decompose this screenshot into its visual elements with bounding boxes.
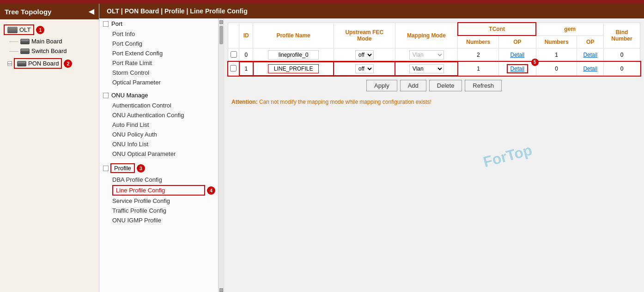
profile-section-header: Profile 3 xyxy=(99,161,218,175)
sidebar-item-pon-board[interactable]: — PON Board 2 xyxy=(0,57,99,70)
nav-optical-parameter[interactable]: Optical Parameter xyxy=(99,77,218,87)
refresh-button[interactable]: Refresh xyxy=(465,80,502,91)
nav-storm-control[interactable]: Storm Control xyxy=(99,68,218,77)
nav-port-extend-config[interactable]: Port Extend Config xyxy=(99,48,218,58)
nav-authentication-control[interactable]: Authentication Control xyxy=(99,101,218,110)
row1-id: 1 xyxy=(239,62,253,76)
switch-board-icon xyxy=(20,48,30,54)
row0-mapping-select[interactable]: Vlan GemPort xyxy=(409,50,444,60)
row0-fec-select[interactable]: off on xyxy=(355,50,374,60)
olt-label: OLT xyxy=(19,26,30,33)
col-header-gem-op: OP xyxy=(577,36,604,48)
sidebar: Tree Topology ◀ OLT 1 —— Main Board —— xyxy=(0,4,99,292)
pon-board-badge: 2 xyxy=(64,60,72,68)
col-header-gem: gem xyxy=(536,23,603,36)
row1-checkbox[interactable] xyxy=(230,65,237,72)
nav-dba-profile-config[interactable]: DBA Profile Config xyxy=(99,175,218,185)
row1-fec-select[interactable]: off on xyxy=(355,64,374,73)
attention-label: Attention: xyxy=(231,99,258,105)
line-profile-badge: 4 xyxy=(207,186,215,195)
olt-icon xyxy=(7,27,18,33)
row1-profile-name xyxy=(253,62,334,76)
row1-gem-numbers: 0 xyxy=(536,62,577,76)
table-row: 0 off on xyxy=(228,48,640,62)
action-buttons: Apply Add Delete Refresh xyxy=(228,76,640,95)
right-panel: ID Profile Name Upstream FECMode Mapping… xyxy=(224,18,644,292)
row1-tcont-detail-btn[interactable]: Detail xyxy=(507,64,529,73)
row0-profile-name-input[interactable] xyxy=(268,50,319,60)
nav-onu-igmp-profile[interactable]: ONU IGMP Profile xyxy=(99,215,218,225)
row0-tcont-detail-btn[interactable]: Detail xyxy=(510,52,525,58)
breadcrumb: OLT | PON Board | Profile | Line Profile… xyxy=(99,4,644,18)
row1-detail-badge: 5 xyxy=(531,59,539,66)
sidebar-title: Tree Topology xyxy=(5,8,51,16)
row0-upstream-fec: off on xyxy=(334,48,395,62)
row0-mapping-mode: Vlan GemPort xyxy=(395,48,458,62)
left-nav-panel: Port Port Info Port Config Port Extend C… xyxy=(99,18,224,292)
row0-tcont-op: Detail xyxy=(499,48,536,62)
pon-board-label: PON Board xyxy=(28,60,59,67)
row1-bind-number: 0 xyxy=(604,62,640,76)
olt-badge: 1 xyxy=(36,26,44,34)
table-container: ID Profile Name Upstream FECMode Mapping… xyxy=(224,18,644,113)
row0-gem-numbers: 1 xyxy=(536,48,577,62)
row0-tcont-numbers: 2 xyxy=(458,48,499,62)
sidebar-header: Tree Topology ◀ xyxy=(0,4,99,19)
sidebar-item-main-board[interactable]: —— Main Board xyxy=(0,36,99,46)
nav-traffic-profile-config[interactable]: Traffic Profile Config xyxy=(99,206,218,215)
main-content: Port Port Info Port Config Port Extend C… xyxy=(99,18,644,292)
row1-gem-detail-btn[interactable]: Detail xyxy=(583,66,597,72)
add-button[interactable]: Add xyxy=(400,80,426,91)
watermark: ForTop xyxy=(481,142,534,171)
pon-board-toggle[interactable]: — xyxy=(7,61,12,66)
nav-port-config[interactable]: Port Config xyxy=(99,39,218,48)
col-header-checkbox xyxy=(228,23,239,48)
main-board-label: Main Board xyxy=(31,38,62,45)
left-panel-scrollbar[interactable] xyxy=(218,18,224,292)
nav-service-profile-config[interactable]: Service Profile Config xyxy=(99,196,218,206)
nav-port-rate-limit[interactable]: Port Rate Limit xyxy=(99,58,218,68)
row1-upstream-fec: off on xyxy=(334,62,395,76)
pon-board-icon xyxy=(17,61,26,66)
row0-id: 0 xyxy=(239,48,253,62)
row1-mapping-select[interactable]: Vlan GemPort xyxy=(409,64,444,73)
nav-onu-info-list[interactable]: ONU Info List xyxy=(99,139,218,149)
nav-line-profile-config[interactable]: Line Profile Config xyxy=(112,185,205,196)
table-row: 1 off on xyxy=(228,62,640,76)
onu-manage-section: ONU Manage Authentication Control ONU Au… xyxy=(99,90,218,159)
nav-onu-optical-parameter[interactable]: ONU Optical Parameter xyxy=(99,149,218,159)
row0-checkbox[interactable] xyxy=(231,51,237,58)
nav-port-info[interactable]: Port Info xyxy=(99,29,218,39)
profile-section: Profile 3 DBA Profile Config Line Profil… xyxy=(99,161,218,225)
nav-onu-auth-config[interactable]: ONU Authentication Config xyxy=(99,110,218,120)
port-checkbox[interactable] xyxy=(103,21,109,27)
row0-gem-detail-btn[interactable]: Detail xyxy=(583,52,597,58)
row1-profile-name-input[interactable] xyxy=(268,64,319,73)
attention-message: Attention: Can not modify the mapping mo… xyxy=(228,95,640,109)
nav-auto-find-list[interactable]: Auto Find List xyxy=(99,120,218,130)
line-profile-table: ID Profile Name Upstream FECMode Mapping… xyxy=(228,22,640,76)
sidebar-item-olt[interactable]: OLT 1 xyxy=(0,23,99,36)
port-section: Port Port Info Port Config Port Extend C… xyxy=(99,18,218,87)
onu-manage-checkbox[interactable] xyxy=(103,93,109,98)
col-header-tcont-numbers: Numbers xyxy=(458,36,499,48)
onu-manage-label: ONU Manage xyxy=(111,92,148,99)
main-board-icon xyxy=(20,39,30,44)
port-section-label: Port xyxy=(111,20,122,27)
row1-tcont-numbers: 1 xyxy=(458,62,499,76)
sidebar-item-switch-board[interactable]: —— Switch Board xyxy=(0,46,99,56)
row1-tcont-op: Detail 5 xyxy=(499,62,536,76)
content-area: OLT | PON Board | Profile | Line Profile… xyxy=(99,4,644,292)
delete-button[interactable]: Delete xyxy=(429,80,462,91)
sidebar-arrow[interactable]: ◀ xyxy=(89,7,94,16)
col-header-profile-name: Profile Name xyxy=(253,23,334,48)
col-header-gem-numbers: Numbers xyxy=(536,36,577,48)
profile-checkbox[interactable] xyxy=(103,166,109,171)
col-header-upstream-fec: Upstream FECMode xyxy=(334,23,395,48)
apply-button[interactable]: Apply xyxy=(366,80,397,91)
row0-gem-op: Detail xyxy=(577,48,604,62)
row0-profile-name xyxy=(253,48,334,62)
col-header-mapping-mode: Mapping Mode xyxy=(395,23,458,48)
nav-onu-policy-auth[interactable]: ONU Policy Auth xyxy=(99,130,218,139)
col-header-tcont: TCont xyxy=(458,23,536,36)
